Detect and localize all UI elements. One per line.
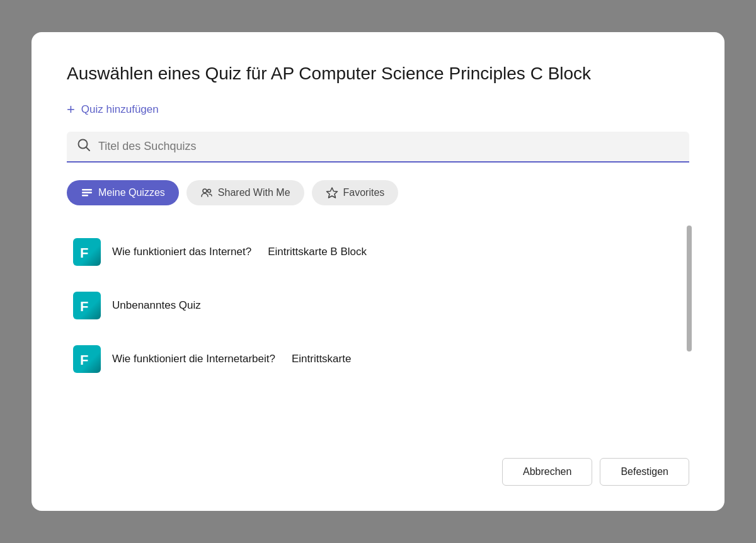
svg-point-6 <box>207 190 210 193</box>
footer-buttons: Abbrechen Befestigen <box>67 458 689 486</box>
svg-rect-2 <box>82 189 92 191</box>
svg-text:F: F <box>80 245 88 261</box>
tab-meine-label: Meine Quizzes <box>98 187 165 198</box>
svg-text:F: F <box>80 352 88 368</box>
tab-favorites-label: Favorites <box>343 187 385 198</box>
list-item[interactable]: F Unbenanntes Quiz <box>67 279 683 333</box>
quiz-title: Wie funktioniert die Internetarbeit? <box>112 353 275 365</box>
scrollbar-thumb[interactable] <box>687 226 692 352</box>
scrollbar-track[interactable] <box>687 226 692 438</box>
search-container <box>67 132 689 163</box>
svg-line-1 <box>86 147 89 151</box>
list-icon <box>81 186 93 199</box>
quiz-icon: F <box>73 238 101 266</box>
search-input[interactable] <box>98 140 679 153</box>
star-icon <box>326 186 338 199</box>
search-input-wrapper <box>67 132 689 163</box>
quiz-title: Unbenanntes Quiz <box>112 299 201 312</box>
svg-text:F: F <box>80 299 88 314</box>
modal-dialog: Auswählen eines Quiz für AP Computer Sci… <box>32 32 724 511</box>
list-item[interactable]: F Wie funktioniert die Internetarbeit? E… <box>67 333 683 386</box>
quiz-title: Wie funktioniert das Internet? <box>112 246 251 258</box>
quiz-icon: F <box>73 345 101 373</box>
svg-point-5 <box>203 189 207 193</box>
svg-rect-4 <box>82 195 88 197</box>
list-item[interactable]: F Wie funktioniert das Internet? Eintrit… <box>67 226 683 279</box>
quiz-icon: F <box>73 292 101 319</box>
tab-shared-with-me[interactable]: Shared With Me <box>186 180 304 205</box>
add-quiz-label: Quiz hinzufügen <box>81 103 159 116</box>
quiz-list: F Wie funktioniert das Internet? Eintrit… <box>67 226 689 386</box>
quiz-subtitle: Eintrittskarte B Block <box>268 246 367 258</box>
shared-icon <box>200 186 213 199</box>
modal-title: Auswählen eines Quiz für AP Computer Sci… <box>67 62 689 85</box>
tab-meine-quizzes[interactable]: Meine Quizzes <box>67 180 179 205</box>
overlay: Auswählen eines Quiz für AP Computer Sci… <box>0 0 756 543</box>
svg-rect-3 <box>82 192 92 194</box>
confirm-button[interactable]: Befestigen <box>600 458 689 486</box>
tabs-row: Meine Quizzes Shared With Me <box>67 180 689 205</box>
quiz-subtitle: Eintrittskarte <box>292 353 351 365</box>
tab-favorites[interactable]: Favorites <box>312 180 399 205</box>
plus-icon: + <box>67 103 75 117</box>
add-quiz-button[interactable]: + Quiz hinzufügen <box>67 103 689 117</box>
search-icon <box>77 138 91 155</box>
svg-marker-7 <box>326 188 337 198</box>
tab-shared-label: Shared With Me <box>218 187 290 198</box>
cancel-button[interactable]: Abbrechen <box>502 458 592 486</box>
